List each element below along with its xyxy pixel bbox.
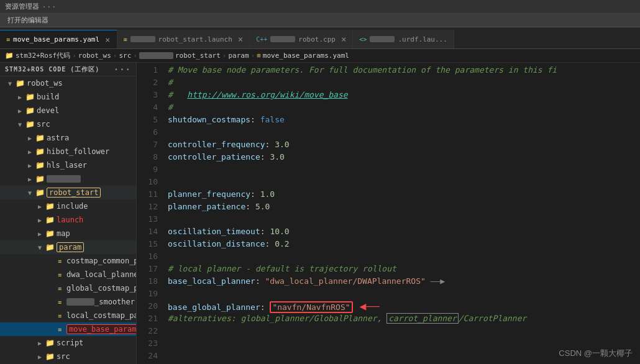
label-script: script (57, 339, 83, 347)
label-robot-ws: robot_ws (27, 79, 63, 88)
editor-wrapper: 1 2 3 4 5 6 7 8 9 10 11 12 13 14 15 16 1 (137, 63, 640, 364)
tree-global-costmap[interactable]: ▶ ≡ global_costmap_params.yaml (0, 281, 136, 295)
folder-icon-astra: 📁 (35, 134, 45, 142)
label-local-costmap: local_costmap_params.yaml (66, 311, 137, 320)
label-robot-start: robot_start (47, 188, 101, 198)
title-bar: 资源管理器 ··· (0, 0, 640, 14)
code-line-16 (168, 250, 635, 263)
tree-astra[interactable]: ▶ 📁 astra (0, 131, 136, 145)
tree-include[interactable]: ▶ 📁 include (0, 199, 136, 213)
label-hls: hls_laser (47, 161, 87, 170)
label-hibot: hibot_follower (47, 147, 109, 156)
breadcrumb-part-2[interactable]: robot_ws (78, 52, 111, 60)
code-line-7: controller_frequency: 3.0 (168, 139, 635, 151)
code-line-15: oscillation_distance: 0.2 (168, 238, 635, 250)
tab-urdf[interactable]: <> .urdf.lau... (353, 30, 454, 48)
tab-robot-cpp[interactable]: C++ robot.cpp × (250, 30, 353, 48)
sidebar: STM32+ROS CODE (工作区) ··· ▼ 📁 robot_ws ▶ … (0, 63, 137, 364)
label-src-inner: src (57, 352, 70, 361)
tree-dwa-local[interactable]: ▶ ≡ dwa_local_planner_params.yaml (0, 268, 136, 281)
code-line-13 (168, 213, 635, 225)
tree-local-costmap[interactable]: ▶ ≡ local_costmap_params.yaml (0, 309, 136, 322)
tree-src[interactable]: ▼ 📁 src (0, 117, 136, 131)
main-layout: STM32+ROS CODE (工作区) ··· ▼ 📁 robot_ws ▶ … (0, 63, 640, 364)
yaml-icon-mb: ≡ (55, 326, 65, 333)
code-line-20: base_global_planner: "navfn/NavfnROS" ◀—… (168, 300, 635, 312)
tree-hibot-follower[interactable]: ▶ 📁 hibot_follower (0, 145, 136, 158)
label-devel: devel (37, 106, 59, 115)
folder-icon-script: 📁 (45, 339, 55, 347)
tree-param[interactable]: ▼ 📁 param (0, 240, 136, 254)
urdf-icon: <> (359, 36, 367, 43)
line-numbers: 1 2 3 4 5 6 7 8 9 10 11 12 13 14 15 16 1 (137, 63, 163, 363)
tree-devel[interactable]: ▶ 📁 devel (0, 104, 136, 117)
arrow-include: ▶ (35, 203, 45, 210)
label-smoother: _smoother.yaml (94, 298, 137, 306)
code-line-9 (168, 163, 635, 176)
tree-move-base-params[interactable]: ▶ ≡ move_base_params.yaml (0, 322, 136, 336)
tab-blurred-3 (370, 36, 395, 42)
code-area: # Move base node parameters. For full do… (163, 63, 640, 363)
arrow-src-inner: ▶ (35, 353, 45, 360)
folder-icon-hibot: 📁 (35, 147, 45, 156)
tree-src-inner[interactable]: ▶ 📁 src (0, 350, 136, 363)
cpp-icon: C++ (256, 36, 267, 43)
tree-hls-laser[interactable]: ▶ 📁 hls_laser (0, 158, 136, 172)
tab-close-yaml[interactable]: × (105, 35, 110, 45)
yaml-icon-lc: ≡ (55, 312, 65, 319)
code-line-5: shutdown_costmaps: false (168, 114, 635, 126)
breadcrumb-part-1[interactable]: stm32+Rosf代码 (16, 51, 70, 60)
tab-label-yaml: move_base_params.yaml (13, 35, 99, 43)
menu-open-editors[interactable]: 打开的编辑器 (4, 14, 52, 26)
breadcrumb-part-3[interactable]: src (119, 52, 131, 60)
code-line-18: base_local_planner: "dwa_local_planner/D… (168, 275, 635, 288)
yaml-icon-sm: ≡ (55, 299, 65, 306)
label-map: map (57, 229, 70, 238)
title-dots[interactable]: ··· (42, 2, 56, 11)
label-blurred-folder (47, 175, 81, 183)
tree-smoother[interactable]: ▶ ≡ _smoother.yaml (0, 295, 136, 309)
code-line-11: planner_frequency: 1.0 (168, 188, 635, 201)
label-include: include (57, 202, 88, 211)
code-line-21: #alternatives: global_planner/GlobalPlan… (168, 312, 635, 325)
code-line-2: # (168, 76, 635, 89)
yaml-icon-cc: ≡ (55, 258, 65, 265)
breadcrumb-part-5[interactable]: param (228, 52, 249, 60)
launch-icon: ≡ (124, 36, 127, 43)
tree-build[interactable]: ▶ 📁 build (0, 90, 136, 104)
breadcrumb-part-4[interactable]: robot_start (175, 52, 221, 60)
tree-costmap-common[interactable]: ▶ ≡ costmap_common_params.yaml (0, 254, 136, 268)
code-line-17: # local planner - default is trajectory … (168, 263, 635, 275)
arrow-map: ▶ (35, 230, 45, 237)
label-astra: astra (47, 134, 69, 142)
code-line-10 (168, 176, 635, 188)
tree-launch[interactable]: ▶ 📁 launch (0, 213, 136, 227)
tab-close-cpp[interactable]: × (341, 34, 346, 44)
sidebar-dots[interactable]: ··· (114, 65, 131, 75)
tree-blurred-folder[interactable]: ▶ 📁 (0, 172, 136, 186)
folder-icon-include: 📁 (45, 202, 55, 211)
tab-label-launch: robot_start.launch (158, 35, 232, 43)
underline-carrot: carrot_planner (386, 313, 459, 324)
breadcrumb-current-file[interactable]: move_base_params.yaml (263, 52, 349, 60)
code-line-19 (168, 288, 635, 300)
breadcrumb-sep-1: › (72, 52, 76, 60)
breadcrumb-sep-4: › (222, 52, 227, 60)
breadcrumb-sep-2: › (113, 52, 117, 60)
tab-bar: ≡ move_base_params.yaml × ≡ robot_start.… (0, 27, 640, 49)
tab-move-base-params[interactable]: ≡ move_base_params.yaml × (0, 30, 117, 48)
tree-script[interactable]: ▶ 📁 script (0, 336, 136, 350)
label-blurred-2 (66, 298, 94, 306)
folder-icon-devel: 📁 (25, 106, 35, 115)
tab-robot-start-launch[interactable]: ≡ robot_start.launch × (117, 30, 250, 48)
tree-robot-ws[interactable]: ▼ 📁 robot_ws (0, 76, 136, 90)
folder-icon-blurred: 📁 (35, 175, 45, 183)
title-text: 资源管理器 (5, 2, 39, 11)
folder-icon-src: 📁 (25, 120, 35, 129)
tree-map[interactable]: ▶ 📁 map (0, 227, 136, 240)
tab-close-launch[interactable]: × (238, 34, 243, 44)
breadcrumb-folder-icon: 📁 (5, 52, 14, 60)
tab-label-cpp: robot.cpp (298, 35, 336, 43)
folder-icon-src-inner: 📁 (45, 352, 55, 361)
tree-robot-start[interactable]: ▼ 📁 robot_start (0, 186, 136, 199)
